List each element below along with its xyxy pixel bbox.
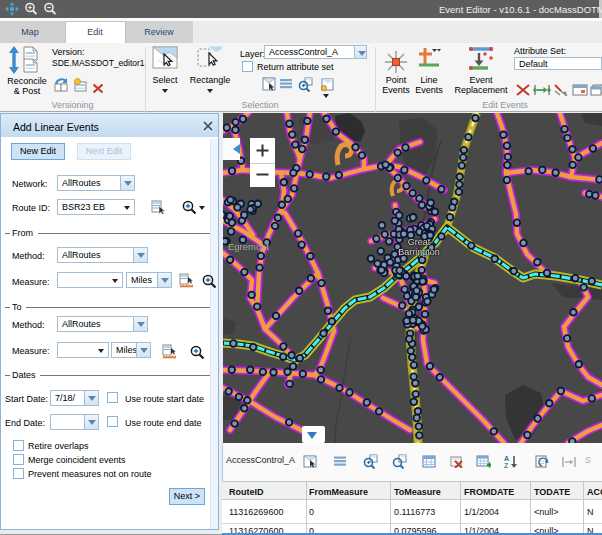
svg-text:Barrington: Barrington [398, 247, 440, 257]
svg-text:A: A [504, 455, 509, 462]
svg-text:Egremont: Egremont [228, 241, 270, 252]
svg-text:Z: Z [504, 462, 509, 468]
svg-text:Great: Great [408, 237, 431, 247]
